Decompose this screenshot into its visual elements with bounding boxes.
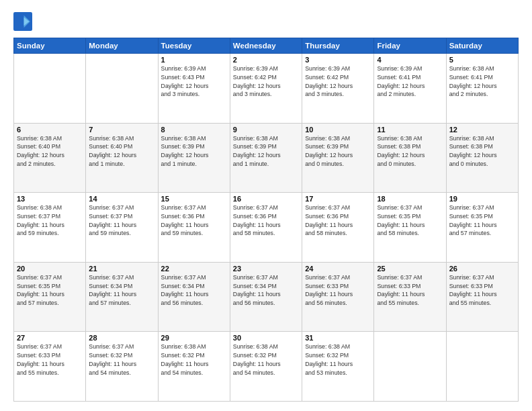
day-cell: 7Sunrise: 6:38 AM Sunset: 6:40 PM Daylig… <box>86 123 158 193</box>
day-cell: 31Sunrise: 6:38 AM Sunset: 6:32 PM Dayli… <box>302 332 374 402</box>
day-cell: 19Sunrise: 6:37 AM Sunset: 6:35 PM Dayli… <box>446 193 518 263</box>
day-cell: 21Sunrise: 6:37 AM Sunset: 6:34 PM Dayli… <box>86 262 158 332</box>
day-number: 5 <box>449 56 515 64</box>
day-info: Sunrise: 6:37 AM Sunset: 6:37 PM Dayligh… <box>89 203 154 238</box>
day-cell <box>374 332 446 402</box>
day-cell: 10Sunrise: 6:38 AM Sunset: 6:39 PM Dayli… <box>302 123 374 193</box>
day-number: 13 <box>17 195 83 203</box>
day-cell: 28Sunrise: 6:37 AM Sunset: 6:32 PM Dayli… <box>86 332 158 402</box>
day-number: 30 <box>233 334 299 342</box>
day-info: Sunrise: 6:38 AM Sunset: 6:41 PM Dayligh… <box>449 64 515 99</box>
day-number: 22 <box>161 265 227 273</box>
week-row-5: 27Sunrise: 6:37 AM Sunset: 6:33 PM Dayli… <box>14 332 519 402</box>
day-number: 14 <box>89 195 154 203</box>
day-cell: 13Sunrise: 6:38 AM Sunset: 6:37 PM Dayli… <box>14 193 86 263</box>
day-info: Sunrise: 6:39 AM Sunset: 6:43 PM Dayligh… <box>161 64 227 99</box>
day-info: Sunrise: 6:38 AM Sunset: 6:40 PM Dayligh… <box>17 134 83 169</box>
day-info: Sunrise: 6:37 AM Sunset: 6:33 PM Dayligh… <box>17 342 83 377</box>
day-number: 19 <box>449 195 515 203</box>
day-info: Sunrise: 6:37 AM Sunset: 6:33 PM Dayligh… <box>305 273 371 308</box>
day-number: 29 <box>161 334 227 342</box>
day-cell <box>446 332 518 402</box>
day-cell: 18Sunrise: 6:37 AM Sunset: 6:35 PM Dayli… <box>374 193 446 263</box>
calendar-table: SundayMondayTuesdayWednesdayThursdayFrid… <box>13 38 519 402</box>
weekday-header-tuesday: Tuesday <box>158 38 230 54</box>
header <box>13 12 519 31</box>
day-cell: 11Sunrise: 6:38 AM Sunset: 6:38 PM Dayli… <box>374 123 446 193</box>
day-cell <box>14 54 86 124</box>
day-number: 1 <box>161 56 227 64</box>
day-number: 10 <box>305 126 371 134</box>
day-info: Sunrise: 6:38 AM Sunset: 6:39 PM Dayligh… <box>305 134 371 169</box>
logo-icon <box>13 12 32 31</box>
day-info: Sunrise: 6:38 AM Sunset: 6:37 PM Dayligh… <box>17 203 83 238</box>
day-cell: 20Sunrise: 6:37 AM Sunset: 6:35 PM Dayli… <box>14 262 86 332</box>
day-number: 6 <box>17 126 83 134</box>
day-cell: 25Sunrise: 6:37 AM Sunset: 6:33 PM Dayli… <box>374 262 446 332</box>
week-row-2: 6Sunrise: 6:38 AM Sunset: 6:40 PM Daylig… <box>14 123 519 193</box>
day-info: Sunrise: 6:37 AM Sunset: 6:36 PM Dayligh… <box>305 203 371 238</box>
day-info: Sunrise: 6:37 AM Sunset: 6:36 PM Dayligh… <box>161 203 227 238</box>
weekday-header-row: SundayMondayTuesdayWednesdayThursdayFrid… <box>14 38 519 54</box>
weekday-header-saturday: Saturday <box>446 38 518 54</box>
day-number: 25 <box>377 265 443 273</box>
day-cell: 26Sunrise: 6:37 AM Sunset: 6:33 PM Dayli… <box>446 262 518 332</box>
day-info: Sunrise: 6:38 AM Sunset: 6:38 PM Dayligh… <box>377 134 443 169</box>
day-cell: 9Sunrise: 6:38 AM Sunset: 6:39 PM Daylig… <box>230 123 302 193</box>
day-number: 23 <box>233 265 299 273</box>
day-info: Sunrise: 6:37 AM Sunset: 6:33 PM Dayligh… <box>449 273 515 308</box>
day-info: Sunrise: 6:39 AM Sunset: 6:42 PM Dayligh… <box>305 64 371 99</box>
day-number: 26 <box>449 265 515 273</box>
day-cell: 5Sunrise: 6:38 AM Sunset: 6:41 PM Daylig… <box>446 54 518 124</box>
page: SundayMondayTuesdayWednesdayThursdayFrid… <box>0 0 532 411</box>
day-info: Sunrise: 6:37 AM Sunset: 6:32 PM Dayligh… <box>89 342 154 377</box>
day-cell: 1Sunrise: 6:39 AM Sunset: 6:43 PM Daylig… <box>158 54 230 124</box>
day-number: 2 <box>233 56 299 64</box>
day-info: Sunrise: 6:37 AM Sunset: 6:35 PM Dayligh… <box>377 203 443 238</box>
day-number: 17 <box>305 195 371 203</box>
day-number: 7 <box>89 126 154 134</box>
day-info: Sunrise: 6:38 AM Sunset: 6:40 PM Dayligh… <box>89 134 154 169</box>
day-cell: 15Sunrise: 6:37 AM Sunset: 6:36 PM Dayli… <box>158 193 230 263</box>
day-cell: 23Sunrise: 6:37 AM Sunset: 6:34 PM Dayli… <box>230 262 302 332</box>
day-cell: 12Sunrise: 6:38 AM Sunset: 6:38 PM Dayli… <box>446 123 518 193</box>
day-info: Sunrise: 6:38 AM Sunset: 6:32 PM Dayligh… <box>161 342 227 377</box>
day-number: 27 <box>17 334 83 342</box>
day-info: Sunrise: 6:37 AM Sunset: 6:34 PM Dayligh… <box>161 273 227 308</box>
weekday-header-sunday: Sunday <box>14 38 86 54</box>
day-number: 20 <box>17 265 83 273</box>
day-number: 15 <box>161 195 227 203</box>
day-cell: 6Sunrise: 6:38 AM Sunset: 6:40 PM Daylig… <box>14 123 86 193</box>
day-cell: 8Sunrise: 6:38 AM Sunset: 6:39 PM Daylig… <box>158 123 230 193</box>
day-cell: 2Sunrise: 6:39 AM Sunset: 6:42 PM Daylig… <box>230 54 302 124</box>
day-cell <box>86 54 158 124</box>
day-number: 9 <box>233 126 299 134</box>
day-number: 31 <box>305 334 371 342</box>
day-cell: 27Sunrise: 6:37 AM Sunset: 6:33 PM Dayli… <box>14 332 86 402</box>
day-cell: 3Sunrise: 6:39 AM Sunset: 6:42 PM Daylig… <box>302 54 374 124</box>
day-cell: 17Sunrise: 6:37 AM Sunset: 6:36 PM Dayli… <box>302 193 374 263</box>
day-number: 8 <box>161 126 227 134</box>
day-info: Sunrise: 6:37 AM Sunset: 6:34 PM Dayligh… <box>89 273 154 308</box>
day-number: 3 <box>305 56 371 64</box>
day-number: 28 <box>89 334 154 342</box>
week-row-3: 13Sunrise: 6:38 AM Sunset: 6:37 PM Dayli… <box>14 193 519 263</box>
day-info: Sunrise: 6:38 AM Sunset: 6:32 PM Dayligh… <box>233 342 299 377</box>
day-cell: 29Sunrise: 6:38 AM Sunset: 6:32 PM Dayli… <box>158 332 230 402</box>
day-info: Sunrise: 6:38 AM Sunset: 6:38 PM Dayligh… <box>449 134 515 169</box>
weekday-header-monday: Monday <box>86 38 158 54</box>
day-info: Sunrise: 6:38 AM Sunset: 6:39 PM Dayligh… <box>161 134 227 169</box>
day-info: Sunrise: 6:37 AM Sunset: 6:35 PM Dayligh… <box>17 273 83 308</box>
day-number: 21 <box>89 265 154 273</box>
day-info: Sunrise: 6:37 AM Sunset: 6:35 PM Dayligh… <box>449 203 515 238</box>
day-number: 11 <box>377 126 443 134</box>
day-cell: 22Sunrise: 6:37 AM Sunset: 6:34 PM Dayli… <box>158 262 230 332</box>
day-info: Sunrise: 6:37 AM Sunset: 6:34 PM Dayligh… <box>233 273 299 308</box>
day-cell: 14Sunrise: 6:37 AM Sunset: 6:37 PM Dayli… <box>86 193 158 263</box>
weekday-header-wednesday: Wednesday <box>230 38 302 54</box>
day-cell: 16Sunrise: 6:37 AM Sunset: 6:36 PM Dayli… <box>230 193 302 263</box>
day-number: 4 <box>377 56 443 64</box>
day-number: 24 <box>305 265 371 273</box>
day-info: Sunrise: 6:37 AM Sunset: 6:33 PM Dayligh… <box>377 273 443 308</box>
day-info: Sunrise: 6:38 AM Sunset: 6:39 PM Dayligh… <box>233 134 299 169</box>
